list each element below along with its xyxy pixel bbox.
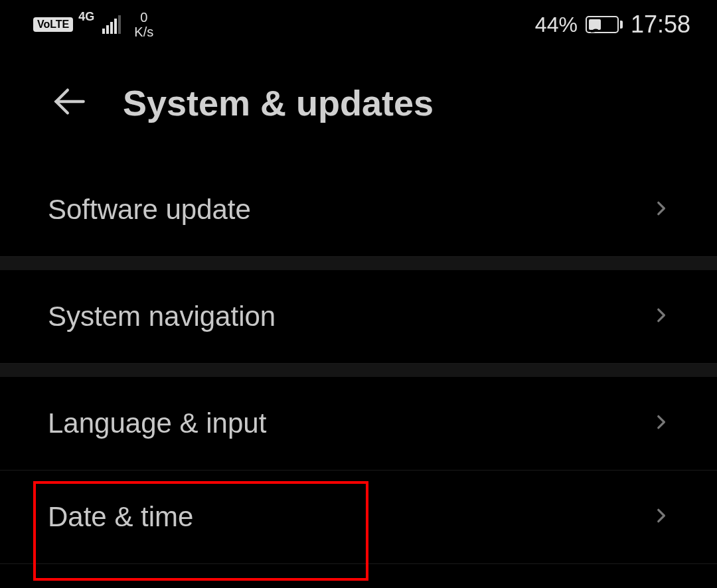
status-left: VoLTE 4G 0 K/s: [33, 10, 153, 39]
volte-badge: VoLTE: [33, 17, 73, 32]
list-item-system-navigation[interactable]: System navigation: [0, 270, 717, 364]
arrow-left-icon: [52, 84, 86, 119]
signal-strength-icon: [102, 15, 121, 34]
list-item-label: System navigation: [48, 301, 276, 332]
data-speed-unit: K/s: [134, 25, 153, 39]
back-button[interactable]: [52, 84, 86, 121]
page-header: System & updates: [0, 49, 717, 163]
battery-icon: [586, 16, 623, 33]
list-item-label: Software update: [48, 194, 251, 226]
network-type: 4G: [78, 10, 94, 24]
settings-list: Software update System navigation Langua…: [0, 163, 717, 564]
section-divider: [0, 364, 717, 377]
battery-percentage: 44%: [535, 13, 578, 37]
status-right: 44% 17:58: [535, 11, 690, 38]
list-item-software-update[interactable]: Software update: [0, 163, 717, 257]
list-item-label: Date & time: [48, 501, 193, 533]
status-bar: VoLTE 4G 0 K/s 44% 17:58: [0, 0, 717, 49]
chevron-right-icon: [652, 502, 669, 532]
list-item-date-time[interactable]: Date & time: [0, 471, 717, 564]
clock-time: 17:58: [631, 11, 690, 38]
section-divider: [0, 257, 717, 270]
chevron-right-icon: [652, 301, 669, 332]
list-item-label: Language & input: [48, 407, 266, 439]
chevron-right-icon: [652, 408, 669, 439]
list-item-language-input[interactable]: Language & input: [0, 377, 717, 471]
chevron-right-icon: [652, 194, 669, 225]
data-speed: 0 K/s: [134, 10, 153, 39]
leaf-icon: [589, 25, 601, 36]
data-speed-value: 0: [140, 10, 147, 25]
page-title: System & updates: [123, 82, 434, 123]
